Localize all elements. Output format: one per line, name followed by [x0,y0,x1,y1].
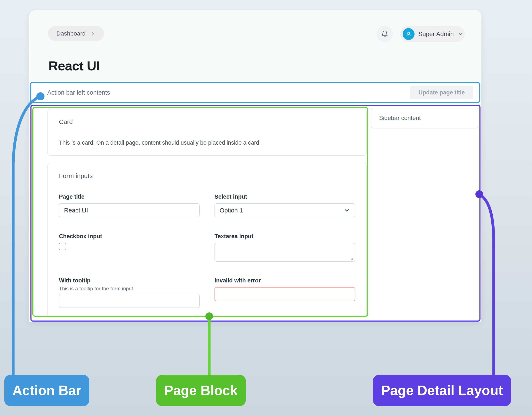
field-checkbox: Checkbox input [59,233,200,262]
action-bar: Action bar left contents Update page tit… [30,82,480,103]
card-body-text: This is a card. On a detail page, conten… [59,140,355,146]
with-tooltip-input[interactable] [59,294,200,308]
textarea-input[interactable] [214,243,355,262]
page-title-input[interactable] [59,203,200,217]
card: Card This is a card. On a detail page, c… [48,109,367,156]
with-tooltip-label: With tooltip [59,277,200,284]
invalid-input[interactable] [214,287,355,301]
textarea-input-label: Textarea input [214,233,355,240]
breadcrumb[interactable]: Dashboard [48,26,104,41]
select-input[interactable]: Option 1 [214,203,355,217]
annotation-label-page-block: Page Block [156,375,246,406]
field-select: Select input Option 1 [214,193,355,217]
form-inputs-title: Form inputs [59,172,355,180]
annotation-label-action-bar: Action Bar [4,375,89,406]
chevron-down-icon [344,207,350,214]
screenshot-canvas: Dashboard Super Admin React UI Action ba… [0,0,532,416]
tooltip-text: This is a tooltip for the form input [59,285,200,292]
chevron-down-icon [457,31,464,37]
page-block: Card This is a card. On a detail page, c… [32,107,368,317]
page-title: React UI [48,58,100,73]
user-menu[interactable]: Super Admin [400,26,465,42]
update-page-title-button[interactable]: Update page title [410,86,473,99]
chevron-right-icon [90,31,96,36]
sidebar-content-card: Sidebar content [371,108,478,128]
page-detail-connector-line [479,194,494,376]
field-page-title: Page title [59,193,200,217]
textarea-wrap [214,243,355,262]
checkbox-input-label: Checkbox input [59,233,200,240]
annotation-label-page-detail-layout: Page Detail Layout [373,375,511,406]
notifications-button[interactable] [377,26,393,42]
sidebar-content-text: Sidebar content [379,115,421,122]
field-textarea: Textarea input [214,233,355,262]
checkbox-input[interactable] [59,243,66,250]
field-invalid: Invalid with error [214,277,355,308]
user-name: Super Admin [418,31,454,38]
form-grid: Page title Select input Option 1 Checkbo… [59,193,355,308]
breadcrumb-item-dashboard[interactable]: Dashboard [56,30,86,37]
action-bar-left-contents: Action bar left contents [47,89,410,96]
form-inputs-card: Form inputs Page title Select input Opti… [48,163,367,317]
select-selected-value: Option 1 [220,207,344,214]
invalid-with-error-label: Invalid with error [214,277,355,284]
field-with-tooltip: With tooltip This is a tooltip for the f… [59,277,200,308]
avatar [403,28,415,40]
bell-icon [381,30,388,38]
page-title-label: Page title [59,193,200,200]
card-title: Card [59,118,355,125]
resize-handle-icon[interactable] [350,256,354,260]
select-input-label: Select input [214,193,355,200]
